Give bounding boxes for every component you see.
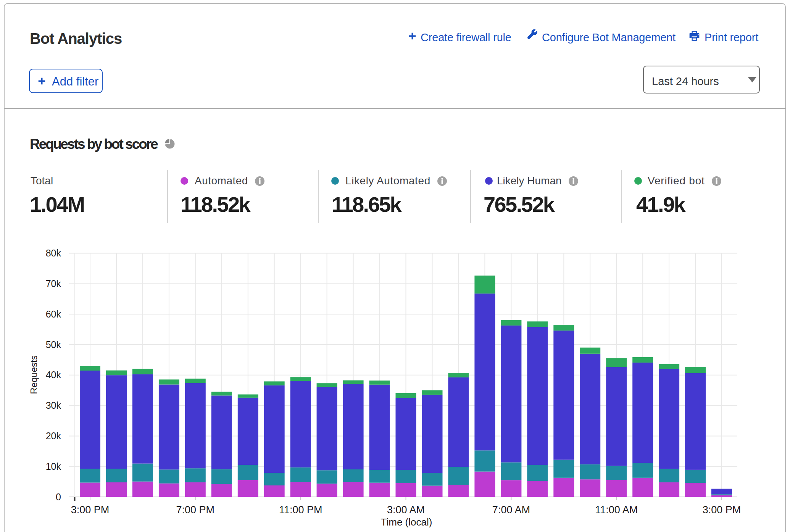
- svg-text:3:00 AM: 3:00 AM: [387, 504, 425, 516]
- svg-text:20k: 20k: [46, 430, 61, 441]
- svg-text:11:00 PM: 11:00 PM: [279, 504, 322, 516]
- svg-text:30k: 30k: [46, 400, 61, 411]
- svg-text:80k: 80k: [46, 248, 61, 258]
- svg-text:3:00 PM: 3:00 PM: [703, 504, 741, 516]
- svg-text:Time (local): Time (local): [381, 516, 432, 528]
- svg-text:40k: 40k: [46, 369, 61, 380]
- svg-text:Requests: Requests: [29, 355, 39, 394]
- svg-text:7:00 AM: 7:00 AM: [492, 504, 530, 516]
- svg-text:7:00 PM: 7:00 PM: [176, 504, 215, 516]
- svg-text:10k: 10k: [46, 461, 61, 472]
- svg-text:0: 0: [56, 492, 61, 502]
- svg-text:60k: 60k: [46, 309, 61, 319]
- svg-text:50k: 50k: [46, 339, 61, 350]
- svg-text:3:00 PM: 3:00 PM: [71, 504, 110, 516]
- svg-text:70k: 70k: [46, 278, 61, 289]
- svg-text:11:00 AM: 11:00 AM: [595, 504, 638, 516]
